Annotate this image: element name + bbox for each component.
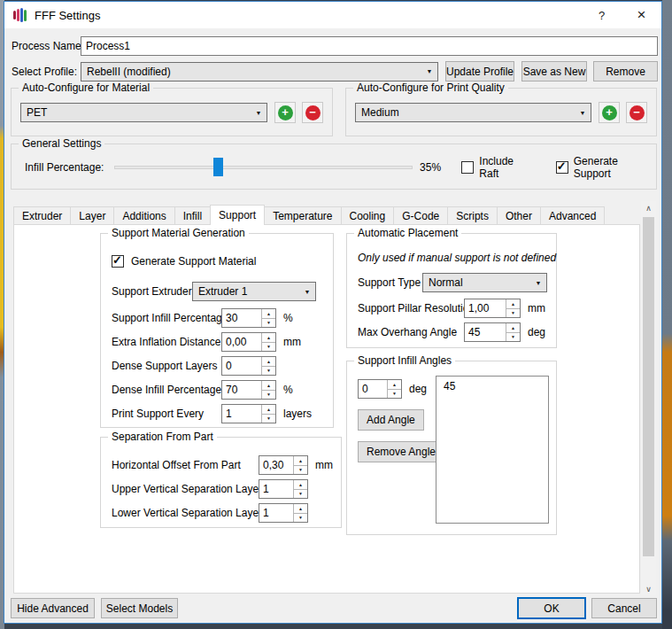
scroll-down-icon[interactable]: ∨ <box>641 582 656 595</box>
spin-down-icon[interactable]: ▼ <box>262 415 275 423</box>
check-icon: ✓ <box>112 253 122 267</box>
save-as-new-button[interactable]: Save as New <box>521 61 587 82</box>
scrollbar-thumb[interactable] <box>643 217 654 556</box>
generate-support-material-option[interactable]: ✓ Generate Support Material <box>112 253 324 269</box>
spin-down-icon[interactable]: ▼ <box>262 319 275 328</box>
placement-note: Only used if manual support is not defin… <box>358 252 547 264</box>
scroll-up-icon[interactable]: ∧ <box>641 201 656 214</box>
remove-angle-button[interactable]: Remove Angle <box>358 441 444 462</box>
spin-down-icon[interactable]: ▼ <box>294 514 307 523</box>
generate-support-option[interactable]: ✓ Generate Support <box>556 155 656 180</box>
spin-up-icon[interactable]: ▲ <box>262 405 275 415</box>
process-name-value: Process1 <box>86 40 130 52</box>
tab-support[interactable]: Support <box>210 205 265 225</box>
remove-quality-button[interactable]: − <box>626 102 647 123</box>
spin-up-icon[interactable]: ▲ <box>262 309 275 319</box>
select-models-button[interactable]: Select Models <box>101 598 178 618</box>
spin-up-icon[interactable]: ▲ <box>262 381 275 391</box>
generate-support-checkbox[interactable]: ✓ <box>556 161 568 174</box>
plus-circle-icon: + <box>278 105 293 120</box>
ok-button[interactable]: OK <box>517 597 586 619</box>
add-angle-button[interactable]: Add Angle <box>358 409 424 431</box>
angle-list[interactable]: 45 <box>436 376 549 524</box>
angle-spinner[interactable]: 0 ▲ ▼ <box>358 379 402 399</box>
include-raft-option[interactable]: Include Raft <box>461 155 534 180</box>
spin-down-icon[interactable]: ▼ <box>506 333 520 342</box>
support-pillar-resolution-spinner[interactable]: 1,00 ▲ ▼ <box>464 299 521 318</box>
check-icon: ✓ <box>557 159 567 173</box>
infill-percentage-value: 35% <box>420 161 451 174</box>
spin-up-icon[interactable]: ▲ <box>262 333 275 343</box>
spin-down-icon[interactable]: ▼ <box>262 391 275 400</box>
material-value: PET <box>21 106 251 119</box>
infill-slider[interactable] <box>114 157 413 178</box>
infill-slider-track[interactable] <box>114 166 413 169</box>
add-quality-button[interactable]: + <box>599 102 620 123</box>
dense-infill-percentage-spinner[interactable]: 70 ▲ ▼ <box>221 380 276 400</box>
support-infill-angles-group: Support Infill Angles 0 ▲ ▼ deg Add Angl… <box>346 361 557 535</box>
angle-list-item[interactable]: 45 <box>444 379 548 393</box>
tab-advanced[interactable]: Advanced <box>541 206 605 225</box>
field-unit: mm <box>528 302 545 314</box>
add-material-button[interactable]: + <box>274 102 296 123</box>
close-icon[interactable]: × <box>622 2 661 28</box>
spin-up-icon[interactable]: ▲ <box>506 323 520 333</box>
support-extruder-dropdown[interactable]: Extruder 1 ▼ <box>192 282 316 301</box>
spin-down-icon[interactable]: ▼ <box>262 343 275 352</box>
spin-down-icon[interactable]: ▼ <box>262 367 275 376</box>
max-overhang-angle-spinner[interactable]: 45 ▲ ▼ <box>464 322 521 342</box>
tab-infill[interactable]: Infill <box>175 206 211 225</box>
spin-up-icon[interactable]: ▲ <box>294 504 307 514</box>
hide-advanced-button[interactable]: Hide Advanced <box>11 598 95 618</box>
print-support-every-spinner[interactable]: 1 ▲ ▼ <box>221 404 276 423</box>
tab-additions[interactable]: Additions <box>114 206 174 225</box>
upper-vertical-separation-spinner[interactable]: 1 ▲ ▼ <box>259 479 308 499</box>
infill-slider-handle[interactable] <box>213 158 223 176</box>
generate-support-material-checkbox[interactable]: ✓ <box>112 255 124 268</box>
support-extruder-label: Support Extruder <box>112 285 192 298</box>
tab-other[interactable]: Other <box>498 206 541 225</box>
quality-dropdown[interactable]: Medium ▼ <box>355 103 591 122</box>
help-button[interactable]: ? <box>582 2 622 28</box>
dense-support-layers-spinner[interactable]: 0 ▲ ▼ <box>221 356 276 376</box>
tab-gcode[interactable]: G-Code <box>394 206 448 225</box>
field-unit: % <box>283 312 293 324</box>
update-profile-button[interactable]: Update Profile <box>445 61 514 82</box>
process-name-input[interactable]: Process1 <box>81 36 658 56</box>
tab-scripts[interactable]: Scripts <box>448 206 498 225</box>
spin-up-icon[interactable]: ▲ <box>388 380 401 390</box>
spin-down-icon[interactable]: ▼ <box>388 390 401 399</box>
spin-down-icon[interactable]: ▼ <box>294 490 307 499</box>
separation-from-part-group: Separation From Part Horizontal Offset F… <box>100 437 342 528</box>
auto-configure-quality-title: Auto-Configure for Print Quality <box>353 82 508 95</box>
include-raft-checkbox[interactable] <box>461 161 474 174</box>
tab-extruder[interactable]: Extruder <box>13 206 71 225</box>
material-dropdown[interactable]: PET ▼ <box>20 103 267 122</box>
support-infill-percentage-spinner[interactable]: 30 ▲ ▼ <box>221 308 276 328</box>
spin-up-icon[interactable]: ▲ <box>506 299 520 309</box>
field-unit: layers <box>283 408 312 420</box>
profile-value: RebelII (modified) <box>81 66 421 78</box>
spin-up-icon[interactable]: ▲ <box>294 456 307 466</box>
support-type-dropdown[interactable]: Normal ▼ <box>422 273 547 292</box>
profile-dropdown[interactable]: RebelII (modified) ▼ <box>81 62 438 82</box>
remove-material-button[interactable]: − <box>302 102 323 123</box>
vertical-scrollbar[interactable]: ∧ ∨ <box>641 201 656 595</box>
app-logo-icon <box>13 8 27 22</box>
tab-cooling[interactable]: Cooling <box>342 206 395 225</box>
field-unit: deg <box>528 326 545 338</box>
spin-up-icon[interactable]: ▲ <box>262 357 275 367</box>
spin-down-icon[interactable]: ▼ <box>506 309 520 318</box>
horizontal-offset-spinner[interactable]: 0,30 ▲ ▼ <box>259 455 308 475</box>
lower-vertical-separation-spinner[interactable]: 1 ▲ ▼ <box>259 503 308 523</box>
spin-up-icon[interactable]: ▲ <box>294 480 307 490</box>
remove-profile-button[interactable]: Remove <box>593 61 658 82</box>
support-pillar-resolution-label: Support Pillar Resolution <box>358 302 464 314</box>
cancel-button[interactable]: Cancel <box>591 598 657 618</box>
infill-percentage-label: Infill Percentage: <box>25 161 114 174</box>
extra-inflation-distance-spinner[interactable]: 0,00 ▲ ▼ <box>221 332 276 352</box>
tab-layer[interactable]: Layer <box>71 206 114 225</box>
spin-down-icon[interactable]: ▼ <box>294 466 307 475</box>
support-extruder-value: Extruder 1 <box>193 285 299 298</box>
tab-temperature[interactable]: Temperature <box>265 206 341 225</box>
